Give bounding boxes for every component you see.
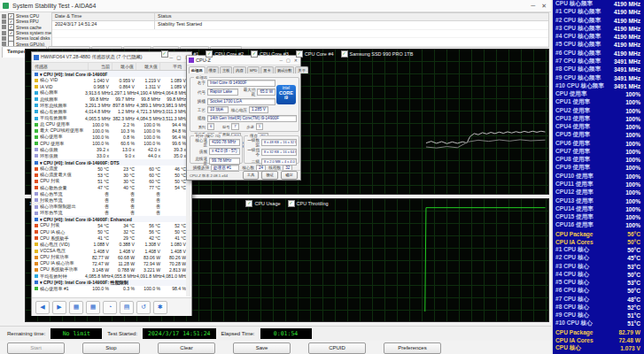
sidebar-row-label: #7 CPU 核心频率: [553, 58, 601, 65]
sidebar-row-value: 50°C: [627, 288, 644, 294]
clear-button[interactable]: Clear: [158, 342, 215, 354]
legend-label: CPU Throttling: [297, 201, 329, 206]
sidebar-row-value: 4190 MHz: [614, 1, 644, 7]
sidebar-row-value: 100%: [625, 141, 644, 147]
sidebar-row-label: CPU4 使用率: [553, 123, 590, 131]
sidebar-row-label: #5 CPU 核心: [553, 279, 589, 287]
sidebar-row-5-cpu: #5 CPU 核心频率4190 MHz: [553, 41, 644, 49]
legend-item-cpu-core-4[interactable]: ✓CPU Core #4: [296, 50, 334, 58]
checkbox-icon[interactable]: ✓: [251, 50, 258, 58]
sidebar-row-4-cpu: #4 CPU 核心频率4190 MHz: [553, 33, 644, 41]
sidebar-row-value: 100%: [625, 222, 644, 228]
sensor-sidebar-panel: CPU 核心频率4190 MHz#1 CPU 核心频率4190 MHz#2 CP…: [551, 0, 644, 354]
stress-options: ✓Stress CPU✓Stress FPU✓Stress cache✓Stre…: [2, 13, 51, 46]
trace-ssd-temp: [426, 131, 546, 143]
sidebar-row-label: CPU2 使用率: [553, 107, 590, 115]
sidebar-row-value: 51°C: [627, 320, 644, 327]
column-date-time[interactable]: Date & Time: [52, 13, 155, 20]
sidebar-row-label: CPU3 使用率: [553, 115, 590, 123]
sidebar-row-value: 53°C: [627, 264, 644, 270]
legend-label: CPU Core #4: [305, 51, 334, 57]
legend-label: CPU Usage: [254, 201, 280, 206]
sidebar-row-label: #7 CPU 核心: [553, 296, 589, 304]
sidebar-row-6-cpu: #6 CPU 核心频率4190 MHz: [553, 50, 644, 58]
column-status[interactable]: Status: [155, 13, 548, 20]
sidebar-row-label: CPU7 使用率: [553, 148, 590, 156]
sidebar-row-3-cpu: #3 CPU 核心53°C: [553, 263, 644, 271]
sidebar-row-cpu5: CPU5 使用率100%: [553, 131, 644, 139]
sidebar-row-cpu12: CPU12 使用率100%: [553, 189, 644, 196]
checkbox-icon[interactable]: ✓: [206, 50, 213, 58]
sidebar-row-value: 4190 MHz: [614, 18, 644, 24]
checkbox-icon[interactable]: ✓: [296, 50, 303, 58]
sidebar-row-label: #10 CPU 核心: [553, 319, 593, 327]
stress-option-label: Stress local disks: [16, 35, 50, 41]
legend-item-samsung-ssd-990-pro-1tb[interactable]: ✓Samsung SSD 990 PRO 1TB: [341, 50, 414, 58]
sidebar-row-7-cpu: #7 CPU 核心48°C: [553, 296, 644, 304]
sidebar-row-value: 3491 MHz: [614, 58, 644, 65]
test-started-value: 2024/3/17 14:51:24: [143, 328, 215, 339]
sidebar-row-cpu-ia-cores: CPU IA Cores72.48 W: [553, 336, 644, 344]
sidebar-row-cpu16: CPU16 使用率100%: [553, 221, 644, 229]
sidebar-row-cpu11: CPU11 使用率100%: [553, 181, 644, 189]
legend-label: CPU Core #3: [260, 51, 289, 57]
stop-button[interactable]: Stop: [82, 342, 140, 354]
sidebar-row-value: 100%: [625, 157, 644, 163]
legend-item-cpu-core-1[interactable]: ✓CPU Core #1: [161, 50, 199, 58]
save-button[interactable]: Save: [233, 342, 291, 354]
temperature-graph-legend: ✓CPU Core #1✓CPU Core #2✓CPU Core #3✓CPU…: [26, 50, 548, 58]
elapsed-time-label: Elapsed Time:: [221, 331, 255, 336]
sidebar-row-8-cpu: #8 CPU 核心52°C: [553, 304, 644, 312]
legend-label: Samsung SSD 990 PRO 1TB: [350, 51, 414, 57]
log-table-header: Date & Time Status: [52, 13, 548, 21]
trace-cpu-usage: [425, 208, 546, 312]
sidebar-row-label: CPU16 使用率: [553, 221, 594, 229]
sidebar-row-label: CPU 核心: [553, 344, 581, 352]
sidebar-row-label: CPU10 使用率: [553, 173, 594, 181]
sidebar-row-label: #3 CPU 核心: [553, 263, 589, 271]
sidebar-row-value: 50°C: [627, 272, 644, 278]
hardware-icon: [2, 14, 6, 19]
sidebar-row-1-cpu: #1 CPU 核心50°C: [553, 246, 644, 254]
legend-item-cpu-core-2[interactable]: ✓CPU Core #2: [206, 50, 244, 58]
cpuid-button[interactable]: CPUID: [308, 342, 366, 354]
sidebar-row-value: 50°C: [627, 247, 644, 253]
sidebar-row-value: 100%: [625, 189, 644, 196]
stability-test-window: System Stability Test - AIDA64 ─ ✕ ✓Stre…: [0, 0, 551, 354]
elapsed-time-value: 0:01:54: [260, 328, 312, 339]
sidebar-row-cpu10: CPU10 使用率100%: [553, 173, 644, 181]
sidebar-row-value: 45°C: [627, 255, 644, 261]
title-bar[interactable]: System Stability Test - AIDA64 ─ ✕: [0, 0, 551, 12]
preferences-button[interactable]: Preferences: [384, 342, 441, 354]
minimize-icon[interactable]: ─: [531, 3, 535, 10]
sidebar-row-label: CPU8 使用率: [553, 156, 590, 164]
legend-item-cpu-usage[interactable]: ✓CPU Usage: [245, 200, 280, 207]
remaining-time-value: No limit: [50, 328, 102, 339]
sidebar-row-cpu-ia-cores: CPU IA Cores50°C: [553, 238, 644, 246]
sidebar-row-value: 100%: [625, 132, 644, 138]
sidebar-row-cpu1: CPU1 使用率100%: [553, 98, 644, 106]
checkbox-icon[interactable]: ✓: [341, 50, 348, 58]
sidebar-row-5-cpu: #5 CPU 核心53°C: [553, 279, 644, 287]
sidebar-row-value: 100%: [625, 124, 644, 130]
sidebar-row-value: 100%: [625, 99, 644, 105]
checkbox-icon[interactable]: ✓: [288, 200, 295, 207]
graph-bottom-traces: [26, 199, 548, 321]
sidebar-row-label: #1 CPU 核心: [553, 246, 589, 254]
sidebar-row-label: #2 CPU 核心: [553, 254, 589, 262]
legend-item-cpu-throttling[interactable]: ✓CPU Throttling: [288, 200, 329, 207]
graph-top-traces: [26, 50, 548, 194]
legend-item-cpu-core-3[interactable]: ✓CPU Core #3: [251, 50, 289, 58]
sidebar-row-cpu6: CPU6 使用率100%: [553, 140, 644, 148]
sidebar-row-value: 50°C: [627, 239, 644, 245]
close-icon[interactable]: ✕: [541, 3, 547, 10]
sidebar-row-value: 100%: [625, 108, 644, 114]
log-table-row[interactable]: 2024/3/17 14:51:24Stability Test Started: [52, 21, 548, 30]
sidebar-row-label: CPU12 使用率: [553, 189, 594, 196]
sidebar-row-label: CPU Package: [553, 231, 594, 237]
temperature-graph: ✓CPU Core #1✓CPU Core #2✓CPU Core #3✓CPU…: [25, 49, 549, 195]
test-log-table: Date & Time Status 2024/3/17 14:51:24Sta…: [51, 12, 549, 48]
checkbox-icon[interactable]: ✓: [161, 50, 168, 58]
checkbox-icon[interactable]: ✓: [245, 200, 252, 207]
cpu-usage-graph-legend: ✓CPU Usage✓CPU Throttling: [26, 200, 548, 207]
